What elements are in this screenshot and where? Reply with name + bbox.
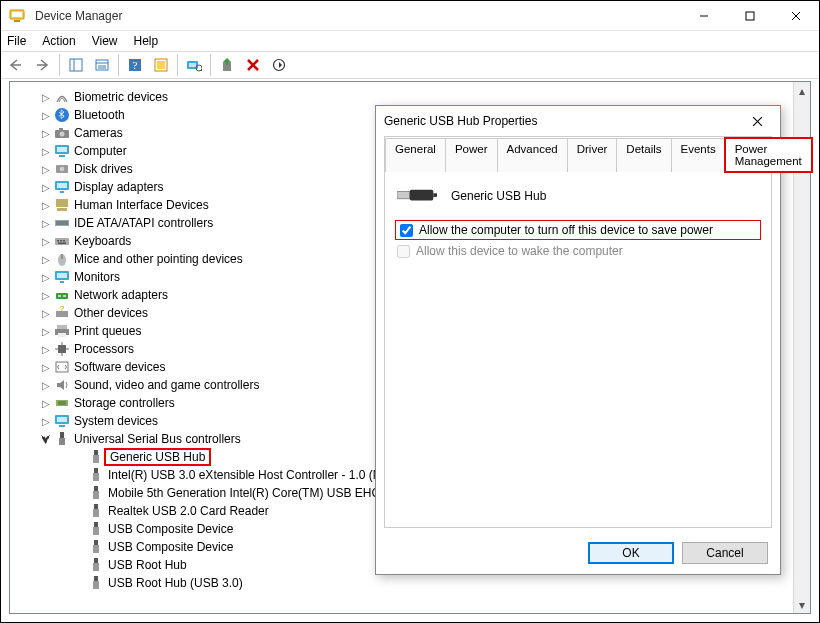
menu-help[interactable]: Help [134, 34, 159, 48]
ok-button[interactable]: OK [588, 542, 674, 564]
dialog-close-button[interactable] [742, 106, 772, 136]
action-icon[interactable] [149, 53, 173, 77]
scroll-up-button[interactable]: ▴ [794, 82, 810, 99]
svg-rect-85 [93, 545, 99, 553]
uninstall-device-button[interactable] [241, 53, 265, 77]
scan-hardware-button[interactable] [182, 53, 206, 77]
maximize-button[interactable] [727, 1, 773, 31]
chevron-right-icon[interactable]: ▷ [40, 326, 52, 337]
bluetooth-icon [54, 107, 70, 123]
back-button[interactable] [5, 53, 29, 77]
svg-rect-93 [410, 190, 434, 201]
usb-device-icon [88, 449, 104, 465]
checkbox-allow-turnoff[interactable]: Allow the computer to turn off this devi… [395, 220, 761, 240]
biometric-icon [54, 89, 70, 105]
usb-device-icon [88, 575, 104, 591]
chevron-right-icon[interactable]: ▷ [40, 344, 52, 355]
chevron-right-icon[interactable]: ▷ [40, 290, 52, 301]
tab-driver[interactable]: Driver [567, 138, 618, 172]
menu-view[interactable]: View [92, 34, 118, 48]
chevron-right-icon[interactable]: ▷ [40, 362, 52, 373]
tab-advanced[interactable]: Advanced [497, 138, 568, 172]
svg-text:?: ? [60, 305, 65, 313]
other-icon: ? [54, 305, 70, 321]
help-button[interactable]: ? [123, 53, 147, 77]
chevron-right-icon[interactable]: ▷ [40, 236, 52, 247]
tree-item-label: Computer [74, 144, 127, 158]
svg-rect-50 [57, 273, 67, 278]
cpu-icon [54, 341, 70, 357]
tab-events[interactable]: Events [671, 138, 726, 172]
svg-line-20 [201, 70, 202, 71]
tree-item-usb-child[interactable]: USB Root Hub (USB 3.0) [12, 574, 792, 592]
tab-power[interactable]: Power [445, 138, 498, 172]
tree-item-label: Sound, video and game controllers [74, 378, 259, 392]
chevron-right-icon[interactable]: ▷ [40, 128, 52, 139]
tree-item-label: USB Composite Device [108, 540, 233, 554]
chevron-right-icon[interactable]: ▷ [40, 416, 52, 427]
menu-file[interactable]: File [7, 34, 26, 48]
usb-plug-icon [397, 186, 437, 206]
svg-rect-74 [94, 450, 98, 455]
chevron-right-icon[interactable]: ▷ [40, 398, 52, 409]
chevron-right-icon[interactable]: ▷ [40, 92, 52, 103]
monitor-icon [54, 269, 70, 285]
tree-item-label: Realtek USB 2.0 Card Reader [108, 504, 269, 518]
chevron-right-icon[interactable]: ▷ [40, 200, 52, 211]
tab-power-management[interactable]: Power Management [725, 138, 812, 172]
tab-details[interactable]: Details [616, 138, 671, 172]
svg-rect-30 [57, 147, 67, 152]
tree-item-label: Keyboards [74, 234, 131, 248]
svg-rect-44 [60, 240, 62, 242]
chevron-right-icon[interactable]: ▷ [40, 218, 52, 229]
display-icon [54, 179, 70, 195]
chevron-right-icon[interactable]: ▷ [40, 164, 52, 175]
tree-item-label: Software devices [74, 360, 165, 374]
close-button[interactable] [773, 1, 819, 31]
minimize-button[interactable] [681, 1, 727, 31]
camera-icon [54, 125, 70, 141]
tree-item-label: Monitors [74, 270, 120, 284]
checkbox-allow-turnoff-label: Allow the computer to turn off this devi… [419, 223, 713, 237]
svg-rect-92 [397, 191, 410, 198]
svg-point-33 [60, 167, 65, 172]
svg-rect-31 [59, 155, 65, 157]
svg-rect-18 [189, 63, 196, 67]
tree-item[interactable]: ▷Biometric devices [12, 88, 792, 106]
dialog-title: Generic USB Hub Properties [384, 114, 537, 128]
disable-device-button[interactable] [267, 53, 291, 77]
chevron-right-icon[interactable]: ▷ [40, 254, 52, 265]
chevron-right-icon[interactable]: ▷ [40, 146, 52, 157]
svg-rect-76 [94, 468, 98, 473]
dialog-tabs: General Power Advanced Driver Details Ev… [385, 137, 771, 172]
checkbox-allow-wake-input [397, 245, 410, 258]
forward-button[interactable] [31, 53, 55, 77]
tree-item-label: USB Root Hub [108, 558, 187, 572]
chevron-right-icon[interactable]: ▷ [40, 308, 52, 319]
chevron-right-icon[interactable]: ▷ [40, 110, 52, 121]
scroll-down-button[interactable]: ▾ [794, 596, 810, 613]
menu-action[interactable]: Action [42, 34, 75, 48]
svg-rect-89 [93, 581, 99, 589]
show-hide-tree-button[interactable] [64, 53, 88, 77]
svg-rect-36 [60, 191, 64, 193]
svg-rect-79 [93, 491, 99, 499]
chevron-right-icon[interactable]: ▷ [40, 272, 52, 283]
svg-rect-75 [93, 455, 99, 463]
svg-rect-51 [60, 281, 64, 283]
tab-general[interactable]: General [385, 138, 446, 172]
svg-rect-43 [57, 240, 59, 242]
properties-button[interactable] [90, 53, 114, 77]
software-icon [54, 359, 70, 375]
svg-rect-52 [56, 293, 68, 299]
cancel-button[interactable]: Cancel [682, 542, 768, 564]
update-driver-button[interactable] [215, 53, 239, 77]
svg-rect-16 [157, 61, 165, 69]
svg-rect-77 [93, 473, 99, 481]
svg-rect-66 [56, 400, 68, 406]
chevron-right-icon[interactable]: ▷ [40, 182, 52, 193]
tree-item-label: Network adapters [74, 288, 168, 302]
chevron-down-icon[interactable]: ⮟ [40, 434, 52, 445]
checkbox-allow-turnoff-input[interactable] [400, 224, 413, 237]
chevron-right-icon[interactable]: ▷ [40, 380, 52, 391]
